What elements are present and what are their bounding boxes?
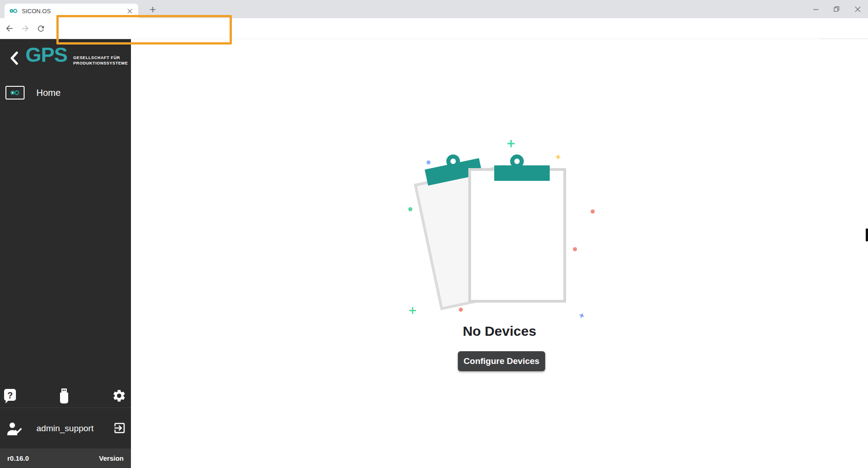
confetti-plus xyxy=(409,307,416,314)
screen-edge-cursor-mark xyxy=(866,229,868,241)
minimize-icon[interactable] xyxy=(805,0,826,18)
sicon-favicon-icon xyxy=(9,8,18,14)
sidebar: GPS GESELLSCHAFT FÜR PRODUKTIONSSYSTEME … xyxy=(0,39,131,468)
confetti-sparkle xyxy=(578,312,586,319)
user-row[interactable]: admin_support xyxy=(0,418,131,442)
help-icon[interactable]: ? xyxy=(3,388,17,405)
gps-logo: GPS xyxy=(25,45,67,65)
browser-titlebar: SICON.OS xyxy=(0,0,868,18)
tab-title: SICON.OS xyxy=(22,8,125,15)
sidebar-utility-row: ? xyxy=(0,387,131,407)
tab-close-icon[interactable] xyxy=(125,7,134,15)
forward-icon[interactable] xyxy=(20,24,30,33)
settings-gear-icon[interactable] xyxy=(112,388,126,403)
admin-user-icon xyxy=(6,422,22,435)
svg-text:?: ? xyxy=(7,390,13,400)
restore-icon[interactable] xyxy=(826,0,847,18)
usb-icon[interactable] xyxy=(58,388,70,405)
new-tab-button[interactable] xyxy=(147,4,158,15)
reload-icon[interactable] xyxy=(36,24,45,33)
version-value: r0.16.0 xyxy=(7,454,29,462)
sidebar-collapse-icon[interactable] xyxy=(6,49,22,67)
confetti-dot xyxy=(408,207,412,211)
sidebar-divider xyxy=(0,408,131,408)
confetti-dot xyxy=(591,209,595,214)
gps-logo-subtitle: GESELLSCHAFT FÜR PRODUKTIONSSYSTEME xyxy=(73,55,128,66)
confetti-plus xyxy=(507,140,515,147)
window-controls xyxy=(805,0,868,18)
browser-tab[interactable]: SICON.OS xyxy=(5,4,138,18)
empty-state-title: No Devices xyxy=(131,324,868,339)
version-bar: r0.16.0 Version xyxy=(0,448,131,468)
user-name: admin_support xyxy=(36,423,94,433)
logout-icon[interactable] xyxy=(113,421,126,435)
confetti-dot xyxy=(573,247,577,251)
main-content: No Devices Configure Devices xyxy=(131,39,868,468)
back-icon[interactable] xyxy=(5,24,14,33)
front-clipboard xyxy=(468,154,566,304)
home-sicon-icon xyxy=(5,86,25,100)
configure-devices-button[interactable]: Configure Devices xyxy=(458,351,545,371)
browser-toolbar: Not secure siconos-cb9b.local/devices S xyxy=(0,18,868,39)
close-window-icon[interactable] xyxy=(847,0,868,18)
sidebar-item-home[interactable]: Home xyxy=(0,83,131,103)
version-label: Version xyxy=(99,454,124,462)
sidebar-item-label: Home xyxy=(36,88,60,98)
